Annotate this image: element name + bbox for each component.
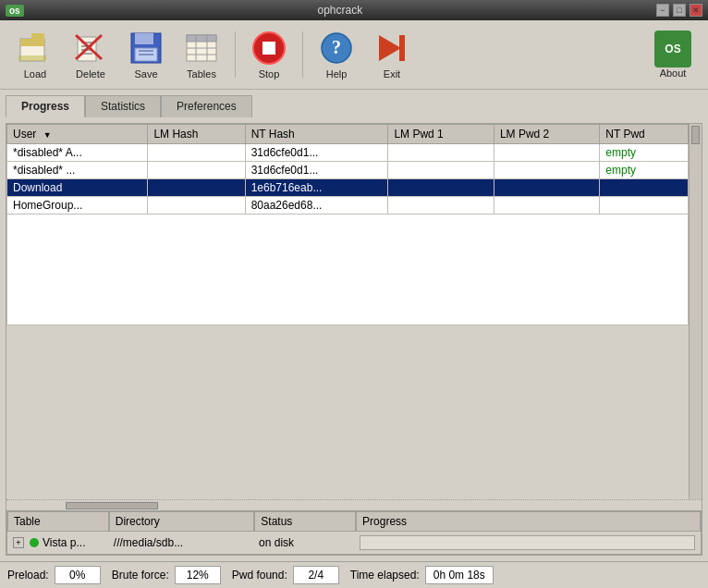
tables-section: Table Directory Status Progress + Vista … (6, 510, 702, 555)
cell-nthash: 1e6b716eab... (245, 179, 388, 197)
save-icon (128, 30, 165, 67)
col-ntpwd[interactable]: NT Pwd (600, 125, 689, 144)
title-bar: os ophcrack − □ ✕ (0, 0, 708, 20)
content-area: Progress Statistics Preferences User ▼ (0, 90, 708, 561)
table-name-cell: + Vista p... (7, 534, 108, 551)
cell-lmpwd2 (494, 179, 599, 197)
tables-header: Table Directory Status Progress (7, 511, 701, 532)
col-progress[interactable]: Progress (356, 511, 701, 532)
svg-rect-1 (20, 39, 31, 46)
cell-lmpwd2 (494, 162, 599, 179)
status-dot (30, 538, 39, 547)
col-status[interactable]: Status (254, 511, 356, 532)
cell-ntpwd (600, 197, 689, 214)
col-directory[interactable]: Directory (109, 511, 255, 532)
cell-lmpwd1 (388, 197, 494, 214)
window-controls: − □ ✕ (656, 4, 702, 17)
help-button[interactable]: ? Help (311, 26, 362, 83)
directory-cell: ///media/sdb... (108, 534, 253, 551)
about-label: About (660, 67, 687, 79)
cell-lmhash (148, 179, 245, 197)
tab-preferences[interactable]: Preferences (161, 95, 252, 117)
col-lmhash[interactable]: LM Hash (148, 125, 245, 144)
expand-button[interactable]: + (13, 537, 24, 548)
svg-rect-3 (18, 55, 46, 61)
stop-button[interactable]: Stop (243, 26, 295, 83)
bruteforce-label: Brute force: (112, 569, 169, 582)
timeelapsed-item: Time elapsed: 0h 0m 18s (350, 566, 494, 584)
main-window: Load Delete (0, 20, 708, 588)
bruteforce-item: Brute force: 12% (112, 566, 221, 584)
exit-button[interactable]: Exit (366, 26, 418, 83)
bruteforce-value: 12% (175, 566, 221, 584)
table-row-selected[interactable]: Download 1e6b716eab... (7, 179, 689, 197)
pwdfound-value: 2/4 (293, 566, 339, 584)
col-lmpwd2[interactable]: LM Pwd 2 (494, 125, 599, 144)
timeelapsed-label: Time elapsed: (350, 569, 420, 582)
svg-rect-14 (139, 50, 153, 52)
tables-button[interactable]: Tables (176, 26, 227, 83)
maximize-button[interactable]: □ (673, 4, 686, 17)
tab-statistics[interactable]: Statistics (85, 95, 161, 117)
col-user[interactable]: User ▼ (7, 125, 148, 144)
cell-lmpwd1 (388, 144, 494, 162)
table-empty-area (6, 214, 689, 325)
tables-icon (183, 30, 220, 67)
timeelapsed-value: 0h 0m 18s (425, 566, 494, 584)
tables-label: Tables (187, 68, 216, 80)
load-button[interactable]: Load (9, 26, 61, 83)
preload-item: Preload: 0% (7, 566, 101, 584)
close-button[interactable]: ✕ (690, 4, 702, 17)
cell-lmhash (148, 197, 245, 214)
help-icon: ? (318, 30, 355, 67)
svg-rect-12 (135, 33, 153, 44)
hscroll-thumb[interactable] (66, 502, 158, 509)
cell-nthash: 80aa26ed68... (245, 197, 388, 214)
col-lmpwd1[interactable]: LM Pwd 1 (388, 125, 494, 144)
progress-cell (354, 533, 701, 552)
svg-rect-17 (187, 35, 216, 42)
exit-icon (373, 30, 410, 67)
delete-button[interactable]: Delete (65, 26, 116, 83)
tab-progress[interactable]: Progress (6, 95, 85, 117)
load-icon (17, 30, 54, 67)
cell-lmpwd1 (388, 162, 494, 179)
about-button[interactable]: OS About (647, 27, 699, 82)
cell-lmpwd1 (388, 179, 494, 197)
save-button[interactable]: Save (120, 26, 172, 83)
col-nthash[interactable]: NT Hash (245, 125, 388, 144)
preload-value: 0% (55, 566, 101, 584)
pwdfound-item: Pwd found: 2/4 (232, 566, 339, 584)
table-row[interactable]: HomeGroup... 80aa26ed68... (7, 197, 689, 214)
load-label: Load (24, 68, 46, 80)
tab-content: User ▼ LM Hash NT Hash LM Pwd 1 LM Pwd 2… (6, 123, 702, 556)
svg-rect-15 (139, 54, 153, 55)
svg-rect-2 (31, 33, 44, 46)
table-name-value: Vista p... (43, 536, 85, 549)
os-badge: os (6, 5, 24, 17)
cell-user: HomeGroup... (7, 197, 148, 214)
cell-ntpwd (600, 179, 689, 197)
pwdfound-label: Pwd found: (232, 569, 287, 582)
user-table-wrapper: User ▼ LM Hash NT Hash LM Pwd 1 LM Pwd 2… (6, 124, 689, 499)
vertical-scrollbar[interactable] (689, 124, 702, 499)
hscroll-area (6, 499, 702, 510)
save-label: Save (134, 68, 157, 80)
toolbar-separator-1 (235, 31, 236, 78)
table-row[interactable]: *disabled* A... 31d6cfe0d1... empty (7, 144, 689, 162)
svg-rect-27 (399, 35, 405, 61)
cell-user: Download (7, 179, 148, 197)
svg-rect-23 (262, 42, 275, 55)
cell-ntpwd: empty (600, 162, 689, 179)
about-icon: OS (654, 31, 691, 67)
toolbar: Load Delete (0, 20, 708, 90)
toolbar-separator-2 (302, 31, 303, 78)
cell-lmhash (148, 144, 245, 162)
minimize-button[interactable]: − (656, 4, 669, 17)
status-bar: Preload: 0% Brute force: 12% Pwd found: … (0, 561, 708, 588)
cell-ntpwd: empty (600, 144, 689, 162)
table-row[interactable]: *disabled* ... 31d6cfe0d1... empty (7, 162, 689, 179)
list-item[interactable]: + Vista p... ///media/sdb... on disk (7, 532, 701, 554)
col-table[interactable]: Table (7, 511, 109, 532)
cell-lmhash (148, 162, 245, 179)
